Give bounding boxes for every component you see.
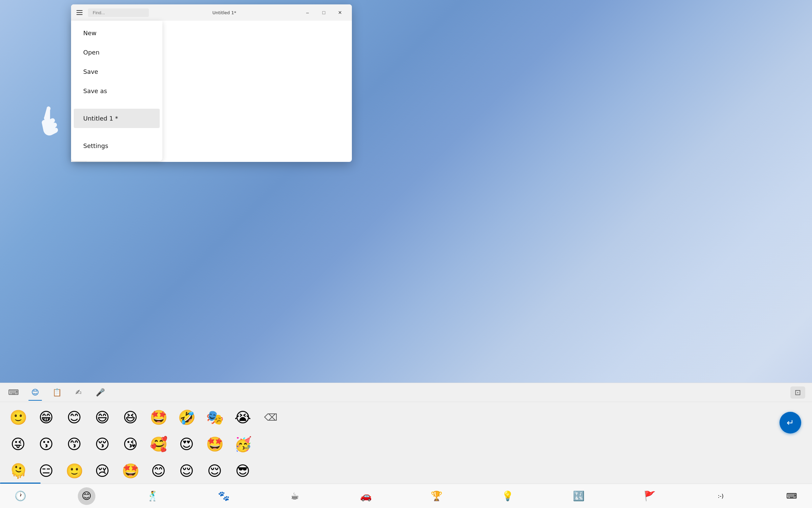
emoji-cell[interactable]: 😁 [33, 405, 59, 430]
menu-item-open[interactable]: Open [74, 43, 160, 62]
emoji-cell[interactable]: 😗 [33, 431, 59, 457]
emoji-cell[interactable]: 😍 [174, 431, 199, 457]
category-text-emoji[interactable]: :-) [707, 487, 734, 505]
pointer-hand-icon [34, 105, 61, 135]
emoji-cell[interactable]: 😙 [62, 431, 87, 457]
handwriting-button[interactable]: ✍️ [72, 386, 85, 399]
category-smiley[interactable]: 😊 [78, 487, 95, 505]
menu-item-new[interactable]: New [74, 23, 160, 43]
emoji-cell[interactable]: 😌 [174, 458, 199, 484]
keyboard-switch-button[interactable]: ⌨ [7, 386, 20, 399]
emoji-cell[interactable]: 😑 [33, 458, 59, 484]
emoji-row-1: 🙂 😁 😊 😄 😆 🤩 🤣 🎭 😭 ⌫ [5, 405, 807, 430]
emoji-cell[interactable]: 😎 [230, 458, 255, 484]
keyboard-toolbar: ⌨ 😊 📋 ✍️ 🎤 ⊡ [0, 383, 812, 402]
titlebar-left [75, 8, 149, 17]
category-objects[interactable]: 💡 [494, 487, 521, 505]
emoji-panel: ⌨ 😊 📋 ✍️ 🎤 ⊡ 🙂 😁 😊 😄 😆 🤩 🤣 🎭 😭 ⌫ 😜 😗 😙 [0, 383, 812, 508]
emoji-cell[interactable]: 😜 [5, 431, 31, 457]
menu-item-save[interactable]: Save [74, 62, 160, 81]
emoji-cell[interactable]: 🥳 [230, 431, 255, 457]
menu-item-recent[interactable]: Untitled 1 * [74, 109, 160, 128]
notepad-window: Untitled 1* – □ ✕ New Open Save Save as … [71, 4, 352, 162]
enter-button[interactable]: ↵ [780, 412, 801, 433]
menu-item-save-as[interactable]: Save as [74, 81, 160, 101]
microphone-button[interactable]: 🎤 [93, 386, 107, 399]
emoji-cell[interactable]: 🙂 [62, 458, 87, 484]
menu-item-settings[interactable]: Settings [74, 136, 160, 155]
minimize-button[interactable]: – [300, 7, 315, 18]
category-food[interactable]: ☕ [281, 487, 308, 505]
emoji-cell[interactable]: 😢 [90, 458, 115, 484]
toolbar-icons: ⌨ 😊 📋 ✍️ 🎤 [7, 386, 107, 399]
category-flags[interactable]: 🚩 [636, 487, 663, 505]
emoji-cell[interactable]: 😌 [202, 458, 227, 484]
category-symbols[interactable]: 🔣 [565, 487, 592, 505]
window-title: Untitled 1* [212, 10, 236, 15]
emoji-cell[interactable]: 😚 [90, 431, 115, 457]
emoji-cell[interactable]: 🤩 [202, 431, 227, 457]
hamburger-menu-button[interactable] [75, 9, 84, 16]
emoji-category-bar: 🕐 😊 🕺 🐾 ☕ 🚗 🏆 💡 🔣 🚩 :-) ⌨ [0, 484, 812, 508]
clipboard-button[interactable]: 📋 [50, 386, 64, 399]
emoji-cell[interactable]: 😘 [118, 431, 143, 457]
emoji-cell[interactable]: 🤣 [174, 405, 199, 430]
emoji-cell[interactable]: 😊 [146, 458, 171, 484]
find-input[interactable] [88, 8, 149, 17]
category-travel[interactable]: 🚗 [352, 487, 379, 505]
emoji-cell[interactable]: 🎭 [202, 405, 227, 430]
emoji-cell[interactable]: 😭 [230, 405, 255, 430]
maximize-button[interactable]: □ [316, 7, 332, 18]
emoji-cell[interactable]: 🫠 [5, 458, 31, 484]
titlebar: Untitled 1* – □ ✕ [71, 4, 352, 21]
category-trophies[interactable]: 🏆 [423, 487, 450, 505]
emoji-cell[interactable]: 🙂 [5, 405, 31, 430]
category-recent[interactable]: 🕐 [7, 487, 34, 505]
emoji-cell[interactable]: 😆 [118, 405, 143, 430]
emoji-row-2: 😜 😗 😙 😚 😘 🥰 😍 🤩 🥳 [5, 431, 807, 457]
emoji-cell[interactable]: 🥰 [146, 431, 171, 457]
emoji-cell[interactable]: 😄 [90, 405, 115, 430]
category-keyboard[interactable]: ⌨ [778, 487, 805, 505]
category-animals[interactable]: 🐾 [210, 487, 237, 505]
emoji-cell[interactable]: 😊 [62, 405, 87, 430]
file-dropdown-menu: New Open Save Save as Untitled 1 * Setti… [71, 21, 162, 161]
backspace-button[interactable]: ⌫ [258, 405, 284, 430]
emoji-cell[interactable]: 🤩 [146, 405, 171, 430]
emoji-cell[interactable]: 🤩 [118, 458, 143, 484]
close-button[interactable]: ✕ [332, 7, 348, 18]
expand-button[interactable]: ⊡ [790, 386, 805, 399]
emoji-row-3: 🫠 😑 🙂 😢 🤩 😊 😌 😌 😎 [5, 458, 807, 484]
emoji-grid-area: 🙂 😁 😊 😄 😆 🤩 🤣 🎭 😭 ⌫ 😜 😗 😙 😚 😘 🥰 😍 🤩 🥳 [0, 402, 812, 488]
category-people[interactable]: 🕺 [139, 487, 166, 505]
window-controls: – □ ✕ [300, 7, 348, 18]
emoji-tab-button[interactable]: 😊 [28, 386, 42, 399]
